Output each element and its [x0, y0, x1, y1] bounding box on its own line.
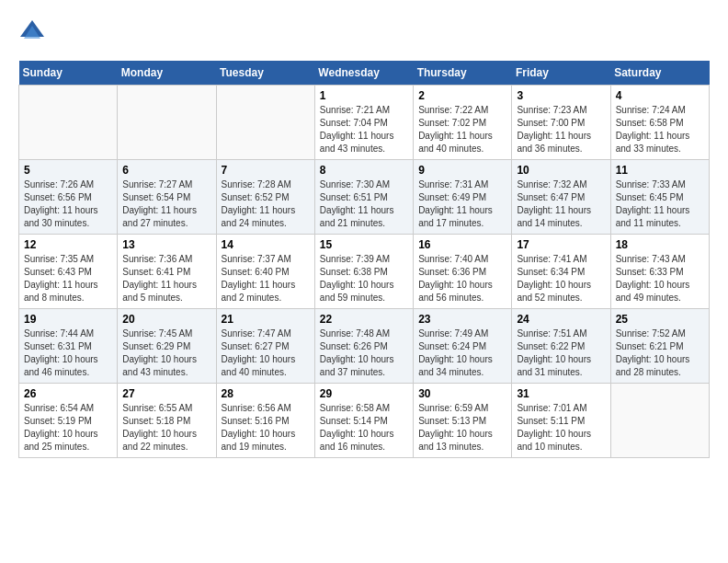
day-number: 4: [616, 89, 704, 102]
day-of-week-header: Saturday: [610, 61, 709, 86]
day-number: 19: [24, 313, 112, 326]
day-number: 6: [122, 164, 210, 177]
calendar-cell: 19Sunrise: 7:44 AM Sunset: 6:31 PM Dayli…: [19, 309, 118, 384]
day-info: Sunrise: 7:32 AM Sunset: 6:47 PM Dayligh…: [517, 178, 605, 230]
day-number: 8: [320, 164, 408, 177]
calendar-cell: 18Sunrise: 7:43 AM Sunset: 6:33 PM Dayli…: [610, 235, 709, 309]
day-info: Sunrise: 7:36 AM Sunset: 6:41 PM Dayligh…: [122, 253, 210, 304]
calendar-cell: 14Sunrise: 7:37 AM Sunset: 6:40 PM Dayli…: [216, 235, 314, 309]
day-info: Sunrise: 7:51 AM Sunset: 6:22 PM Dayligh…: [517, 327, 605, 379]
calendar-week-row: 5Sunrise: 7:26 AM Sunset: 6:56 PM Daylig…: [19, 160, 710, 235]
day-info: Sunrise: 7:49 AM Sunset: 6:24 PM Dayligh…: [418, 327, 506, 379]
logo-icon: [18, 18, 46, 46]
calendar-cell: 16Sunrise: 7:40 AM Sunset: 6:36 PM Dayli…: [414, 235, 512, 309]
day-info: Sunrise: 7:01 AM Sunset: 5:11 PM Dayligh…: [517, 402, 605, 454]
calendar-cell: 31Sunrise: 7:01 AM Sunset: 5:11 PM Dayli…: [512, 384, 610, 458]
day-of-week-header: Monday: [118, 61, 216, 86]
calendar-week-row: 1Sunrise: 7:21 AM Sunset: 7:04 PM Daylig…: [19, 86, 710, 160]
day-info: Sunrise: 7:41 AM Sunset: 6:34 PM Dayligh…: [517, 253, 605, 304]
day-info: Sunrise: 7:28 AM Sunset: 6:52 PM Dayligh…: [222, 178, 310, 230]
day-info: Sunrise: 7:23 AM Sunset: 7:00 PM Dayligh…: [517, 104, 605, 155]
day-number: 28: [222, 387, 310, 400]
day-number: 1: [320, 89, 408, 102]
logo: [18, 18, 51, 46]
day-number: 29: [320, 387, 408, 400]
day-info: Sunrise: 7:26 AM Sunset: 6:56 PM Dayligh…: [24, 178, 112, 230]
day-number: 13: [122, 238, 210, 251]
calendar-week-row: 26Sunrise: 6:54 AM Sunset: 5:19 PM Dayli…: [19, 384, 710, 458]
day-info: Sunrise: 7:27 AM Sunset: 6:54 PM Dayligh…: [122, 178, 210, 230]
day-info: Sunrise: 6:58 AM Sunset: 5:14 PM Dayligh…: [320, 402, 408, 454]
day-number: 30: [418, 387, 506, 400]
day-info: Sunrise: 7:31 AM Sunset: 6:49 PM Dayligh…: [418, 178, 506, 230]
day-info: Sunrise: 7:39 AM Sunset: 6:38 PM Dayligh…: [320, 253, 408, 304]
day-number: 26: [24, 387, 112, 400]
day-of-week-header: Thursday: [414, 61, 512, 86]
day-info: Sunrise: 7:22 AM Sunset: 7:02 PM Dayligh…: [418, 104, 506, 155]
calendar-cell: 27Sunrise: 6:55 AM Sunset: 5:18 PM Dayli…: [118, 384, 216, 458]
day-info: Sunrise: 6:54 AM Sunset: 5:19 PM Dayligh…: [24, 402, 112, 454]
day-number: 14: [222, 238, 310, 251]
day-info: Sunrise: 7:30 AM Sunset: 6:51 PM Dayligh…: [320, 178, 408, 230]
calendar-cell: 20Sunrise: 7:45 AM Sunset: 6:29 PM Dayli…: [118, 309, 216, 384]
day-of-week-header: Sunday: [19, 61, 118, 86]
day-info: Sunrise: 6:55 AM Sunset: 5:18 PM Dayligh…: [122, 402, 210, 454]
calendar-cell: 1Sunrise: 7:21 AM Sunset: 7:04 PM Daylig…: [314, 86, 413, 160]
day-number: 3: [517, 89, 605, 102]
calendar-cell: 21Sunrise: 7:47 AM Sunset: 6:27 PM Dayli…: [216, 309, 314, 384]
day-number: 2: [418, 89, 506, 102]
day-info: Sunrise: 7:24 AM Sunset: 6:58 PM Dayligh…: [616, 104, 704, 155]
calendar-cell: [118, 86, 216, 160]
day-number: 20: [122, 313, 210, 326]
calendar-cell: 25Sunrise: 7:52 AM Sunset: 6:21 PM Dayli…: [610, 309, 709, 384]
day-info: Sunrise: 7:47 AM Sunset: 6:27 PM Dayligh…: [222, 327, 310, 379]
calendar-cell: 7Sunrise: 7:28 AM Sunset: 6:52 PM Daylig…: [216, 160, 314, 235]
day-info: Sunrise: 6:56 AM Sunset: 5:16 PM Dayligh…: [222, 402, 310, 454]
calendar-cell: 30Sunrise: 6:59 AM Sunset: 5:13 PM Dayli…: [414, 384, 512, 458]
day-number: 12: [24, 238, 112, 251]
day-number: 25: [616, 313, 704, 326]
day-number: 16: [418, 238, 506, 251]
day-number: 31: [517, 387, 605, 400]
day-number: 18: [616, 238, 704, 251]
calendar-cell: 22Sunrise: 7:48 AM Sunset: 6:26 PM Dayli…: [314, 309, 413, 384]
day-info: Sunrise: 7:40 AM Sunset: 6:36 PM Dayligh…: [418, 253, 506, 304]
calendar-cell: 8Sunrise: 7:30 AM Sunset: 6:51 PM Daylig…: [314, 160, 413, 235]
day-number: 11: [616, 164, 704, 177]
day-of-week-header: Tuesday: [216, 61, 314, 86]
calendar-cell: 13Sunrise: 7:36 AM Sunset: 6:41 PM Dayli…: [118, 235, 216, 309]
calendar-cell: 11Sunrise: 7:33 AM Sunset: 6:45 PM Dayli…: [610, 160, 709, 235]
calendar-cell: 28Sunrise: 6:56 AM Sunset: 5:16 PM Dayli…: [216, 384, 314, 458]
day-info: Sunrise: 7:52 AM Sunset: 6:21 PM Dayligh…: [616, 327, 704, 379]
calendar-header-row: SundayMondayTuesdayWednesdayThursdayFrid…: [19, 61, 710, 86]
calendar-cell: 15Sunrise: 7:39 AM Sunset: 6:38 PM Dayli…: [314, 235, 413, 309]
day-number: 17: [517, 238, 605, 251]
calendar-cell: [216, 86, 314, 160]
day-info: Sunrise: 7:35 AM Sunset: 6:43 PM Dayligh…: [24, 253, 112, 304]
day-info: Sunrise: 7:21 AM Sunset: 7:04 PM Dayligh…: [320, 104, 408, 155]
day-info: Sunrise: 7:45 AM Sunset: 6:29 PM Dayligh…: [122, 327, 210, 379]
calendar-cell: 26Sunrise: 6:54 AM Sunset: 5:19 PM Dayli…: [19, 384, 118, 458]
day-info: Sunrise: 7:33 AM Sunset: 6:45 PM Dayligh…: [616, 178, 704, 230]
day-of-week-header: Friday: [512, 61, 610, 86]
page-header: [18, 18, 710, 46]
day-number: 10: [517, 164, 605, 177]
day-number: 24: [517, 313, 605, 326]
calendar-cell: 10Sunrise: 7:32 AM Sunset: 6:47 PM Dayli…: [512, 160, 610, 235]
calendar-cell: 23Sunrise: 7:49 AM Sunset: 6:24 PM Dayli…: [414, 309, 512, 384]
calendar-cell: 24Sunrise: 7:51 AM Sunset: 6:22 PM Dayli…: [512, 309, 610, 384]
calendar-cell: 17Sunrise: 7:41 AM Sunset: 6:34 PM Dayli…: [512, 235, 610, 309]
day-number: 21: [222, 313, 310, 326]
calendar-cell: 29Sunrise: 6:58 AM Sunset: 5:14 PM Dayli…: [314, 384, 413, 458]
calendar-cell: 2Sunrise: 7:22 AM Sunset: 7:02 PM Daylig…: [414, 86, 512, 160]
calendar-cell: [19, 86, 118, 160]
calendar-cell: 4Sunrise: 7:24 AM Sunset: 6:58 PM Daylig…: [610, 86, 709, 160]
day-number: 23: [418, 313, 506, 326]
day-number: 5: [24, 164, 112, 177]
day-info: Sunrise: 7:44 AM Sunset: 6:31 PM Dayligh…: [24, 327, 112, 379]
day-number: 15: [320, 238, 408, 251]
day-info: Sunrise: 7:43 AM Sunset: 6:33 PM Dayligh…: [616, 253, 704, 304]
day-number: 27: [122, 387, 210, 400]
day-info: Sunrise: 6:59 AM Sunset: 5:13 PM Dayligh…: [418, 402, 506, 454]
day-number: 7: [222, 164, 310, 177]
